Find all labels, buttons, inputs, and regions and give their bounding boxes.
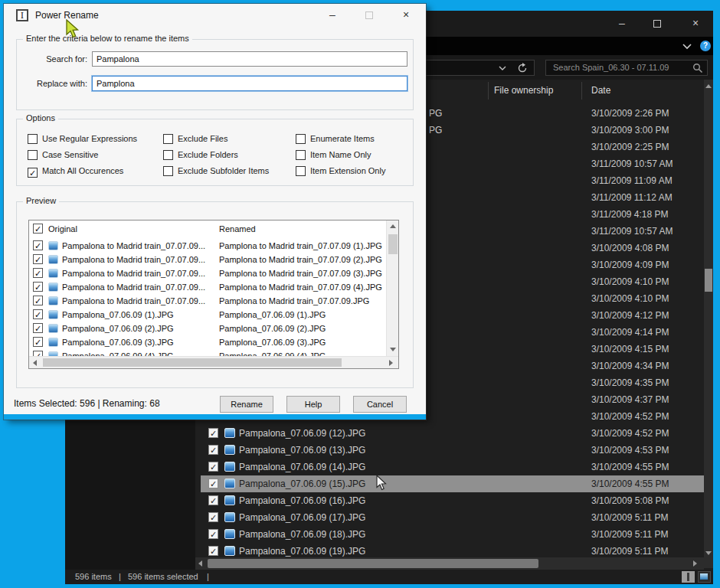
dialog-close-button[interactable]: × — [398, 8, 414, 22]
preview-horizontal-scrollbar[interactable] — [29, 356, 398, 368]
file-row[interactable]: ✓Pampalona_07.06.09 (12).JPG3/10/2009 4:… — [201, 425, 704, 442]
file-checkbox[interactable]: ✓ — [208, 462, 218, 472]
renamed-name: Pamplona to Madrid train_07.07.09 (4).JP… — [219, 280, 382, 294]
checkbox[interactable] — [296, 166, 306, 176]
file-row[interactable]: ✓Pampalona_07.06.09 (15).JPG3/10/2009 4:… — [201, 475, 704, 492]
search-for-input[interactable]: Pampalona — [92, 51, 407, 67]
explorer-minimize-button[interactable]: – — [614, 17, 630, 31]
file-checkbox[interactable]: ✓ — [208, 512, 218, 522]
vertical-scrollbar[interactable] — [704, 80, 713, 568]
scroll-right-icon[interactable] — [389, 360, 393, 366]
dialog-minimize-button[interactable]: – — [324, 8, 341, 22]
preview-vscrollbar-thumb[interactable] — [388, 234, 398, 254]
renamed-name: Pamplona to Madrid train_07.07.09 (3).JP… — [219, 266, 382, 280]
dialog-maximize-button[interactable] — [365, 11, 373, 19]
ribbon-expand-chevron-icon[interactable] — [682, 44, 692, 50]
checkbox[interactable] — [163, 134, 173, 144]
horizontal-scrollbar[interactable] — [195, 557, 704, 570]
horizontal-scrollbar-thumb[interactable] — [208, 559, 538, 568]
explorer-maximize-button[interactable] — [653, 20, 661, 28]
checkbox[interactable]: ✓ — [28, 168, 38, 178]
scroll-down-icon[interactable] — [705, 551, 712, 555]
file-checkbox[interactable]: ✓ — [208, 529, 218, 539]
image-file-icon — [48, 296, 58, 305]
row-checkbox[interactable]: ✓ — [33, 323, 43, 333]
column-divider[interactable] — [488, 82, 489, 100]
checkbox[interactable] — [28, 150, 38, 160]
checkbox[interactable] — [163, 166, 173, 176]
cancel-button[interactable]: Cancel — [353, 396, 407, 413]
option-use-regular-expressions[interactable]: Use Regular Expressions — [28, 134, 137, 144]
preview-row[interactable]: ✓Pampalona to Madrid train_07.07.09...Pa… — [29, 253, 387, 266]
help-button[interactable]: Help — [286, 396, 340, 413]
file-date: 3/10/2009 4:37 PM — [591, 391, 669, 408]
file-checkbox[interactable]: ✓ — [208, 445, 218, 455]
checkbox[interactable] — [28, 134, 38, 144]
scroll-left-icon[interactable] — [198, 560, 202, 567]
preview-row[interactable]: ✓Pampalona to Madrid train_07.07.09...Pa… — [29, 266, 387, 280]
select-all-checkbox[interactable]: ✓ — [33, 224, 43, 234]
scroll-right-icon[interactable] — [693, 560, 697, 567]
thumbnails-view-button[interactable] — [698, 571, 711, 583]
scroll-down-icon[interactable] — [390, 348, 396, 351]
original-column-header[interactable]: Original — [48, 220, 77, 237]
option-exclude-folders[interactable]: Exclude Folders — [163, 150, 238, 160]
file-checkbox[interactable]: ✓ — [208, 546, 218, 556]
column-header-date[interactable]: Date — [591, 80, 610, 102]
help-icon[interactable]: ? — [700, 41, 711, 51]
option-exclude-subfolder-items[interactable]: Exclude Subfolder Items — [163, 166, 269, 176]
preview-row[interactable]: ✓Pampalona_07.06.09 (2).JPGPamplona_07.0… — [29, 322, 387, 335]
preview-row[interactable]: ✓Pampalona to Madrid train_07.07.09...Pa… — [29, 294, 387, 308]
file-row[interactable]: ✓Pampalona_07.06.09 (18).JPG3/10/2009 5:… — [201, 526, 704, 543]
option-item-name-only[interactable]: Item Name Only — [296, 150, 371, 160]
file-row[interactable]: ✓Pampalona_07.06.09 (14).JPG3/10/2009 4:… — [201, 459, 704, 475]
details-view-button[interactable] — [682, 571, 695, 583]
file-date: 3/10/2009 4:09 PM — [591, 256, 669, 273]
row-checkbox[interactable]: ✓ — [33, 282, 43, 292]
row-checkbox[interactable]: ✓ — [33, 309, 43, 319]
file-checkbox[interactable]: ✓ — [208, 428, 218, 438]
search-icon[interactable] — [692, 63, 703, 74]
file-row[interactable]: ✓Pampalona_07.06.09 (13).JPG3/10/2009 4:… — [201, 442, 704, 459]
file-row[interactable]: ✓Pampalona_07.06.09 (17).JPG3/10/2009 5:… — [201, 509, 704, 526]
option-match-all-occurences[interactable]: ✓Match All Occurences — [28, 166, 123, 178]
row-checkbox[interactable]: ✓ — [33, 254, 43, 264]
refresh-icon[interactable] — [517, 63, 528, 74]
file-checkbox[interactable]: ✓ — [208, 479, 218, 488]
vertical-scrollbar-thumb[interactable] — [705, 269, 712, 292]
preview-vertical-scrollbar[interactable] — [386, 220, 398, 357]
rename-button[interactable]: Rename — [220, 396, 273, 413]
preview-row[interactable]: ✓Pampalona to Madrid train_07.07.09...Pa… — [29, 280, 387, 294]
option-exclude-files[interactable]: Exclude Files — [163, 134, 227, 144]
checkbox[interactable] — [296, 134, 306, 144]
checkbox[interactable] — [163, 150, 173, 160]
row-checkbox[interactable]: ✓ — [33, 268, 43, 278]
explorer-close-button[interactable]: × — [687, 17, 704, 31]
column-divider[interactable] — [581, 82, 582, 100]
column-header-file-ownership[interactable]: File ownership — [494, 80, 553, 102]
row-checkbox[interactable]: ✓ — [33, 296, 43, 305]
file-date: 3/11/2009 11:12 AM — [591, 189, 673, 206]
preview-row[interactable]: ✓Pampalona_07.06.09 (1).JPGPamplona_07.0… — [29, 308, 387, 322]
replace-with-input[interactable]: Pamplona — [92, 76, 407, 91]
option-item-extension-only[interactable]: Item Extension Only — [296, 166, 385, 176]
scroll-up-icon[interactable] — [705, 84, 712, 88]
option-case-sensitive[interactable]: Case Sensitive — [28, 150, 98, 160]
renamed-column-header[interactable]: Renamed — [219, 220, 256, 237]
file-date: 3/10/2009 4:35 PM — [591, 374, 669, 391]
checkbox[interactable] — [296, 150, 306, 160]
scroll-up-icon[interactable] — [390, 224, 396, 228]
preview-row[interactable]: ✓Pampalona_07.06.09 (3).JPGPamplona_07.0… — [29, 335, 387, 349]
file-checkbox[interactable]: ✓ — [208, 495, 218, 505]
file-row[interactable]: ✓Pampalona_07.06.09 (16).JPG3/10/2009 5:… — [201, 492, 704, 509]
option-enumerate-items[interactable]: Enumerate Items — [296, 134, 375, 144]
row-checkbox[interactable]: ✓ — [33, 337, 43, 347]
desktop: { "colors": { "desktop_accent": "#0ca3e8… — [0, 0, 720, 588]
address-dropdown-chevron-icon[interactable] — [499, 66, 506, 71]
search-input[interactable]: Search Spain_06.30 - 07.11.09 — [545, 60, 708, 76]
preview-hscrollbar-thumb[interactable] — [43, 358, 342, 367]
scroll-left-icon[interactable] — [33, 360, 37, 366]
row-checkbox[interactable]: ✓ — [33, 240, 43, 250]
file-date: 3/10/2009 5:11 PM — [591, 509, 669, 526]
preview-row[interactable]: ✓Pampalona to Madrid train_07.07.09...Pa… — [29, 239, 387, 253]
